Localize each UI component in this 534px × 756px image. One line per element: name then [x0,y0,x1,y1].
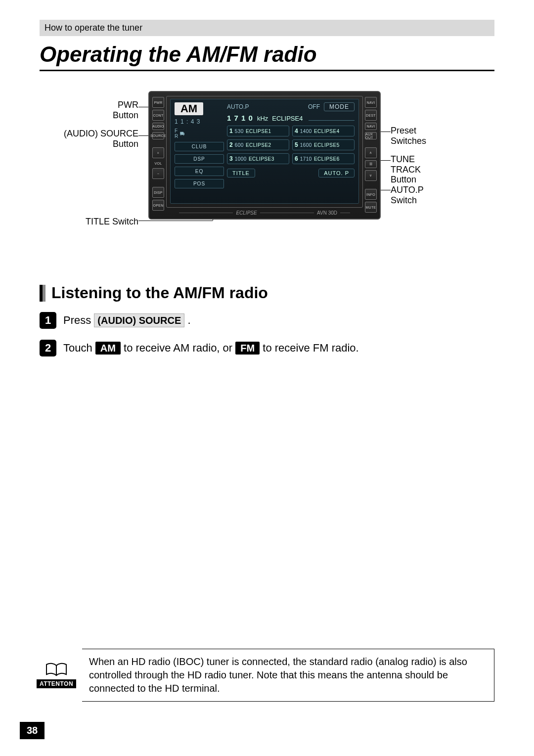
source-button[interactable]: SOURCE [152,132,164,139]
title-switch[interactable]: TITLE [227,169,255,178]
open-button[interactable]: OPEN [152,200,164,211]
step-1: 1 Press (AUDIO) SOURCE . [40,312,494,329]
navi2-button[interactable]: NAVI [365,123,377,130]
track-button[interactable]: ☰ [365,160,377,168]
step-2: 2 Touch AM to receive AM radio, or FM to… [40,340,494,356]
band-indicator: AM [175,102,203,115]
preset-6[interactable]: 61710ECLIPSE6 [292,153,355,164]
label-autop-switch: AUTO.PSwitch [391,185,424,205]
label-tune-track-button: TUNE TRACKButton [391,154,445,185]
am-key: AM [95,342,121,355]
pos-switch[interactable]: POS [175,179,224,188]
loud-icon: ⛟ [180,131,185,136]
step-1-post: . [187,314,190,326]
step-2-pre: Touch [63,342,95,354]
audio-button[interactable]: AUDIO [152,123,164,130]
step-badge-1: 1 [40,312,56,329]
section-bar-icon [40,285,45,302]
breadcrumb: How to operate the tuner [40,20,494,36]
label-pwr-button: PWRButton [40,100,138,120]
frequency-unit: kHz [257,115,268,122]
autop-switch[interactable]: AUTO. P [318,169,355,178]
aux-button[interactable]: AUX OUT [365,132,377,139]
mode-switch[interactable]: MODE [324,102,355,111]
dsp-switch[interactable]: DSP [175,154,224,164]
fr-icon: FR [175,128,178,139]
brand-label: ECLIPSE [236,210,257,216]
section-heading: Listening to the AM/FM radio [40,284,494,302]
page-title: Operating the AM/FM radio [40,42,494,71]
vol-label: VOL [152,160,164,166]
touchscreen: AM 1 1 : 4 3 FR ⛟ CLUB DSP EQ POS AUTO.P [170,99,359,204]
mute-button[interactable]: MUTE [365,202,377,213]
navi-button[interactable]: NAVI [365,97,377,108]
console-bottom-bar: ECLIPSE AVN 30D [179,210,350,216]
label-preset-switches: PresetSwitches [391,126,426,146]
pwr-button[interactable]: PWR [152,97,164,108]
preset-1[interactable]: 1530ECLIPSE1 [227,126,289,136]
radio-diagram: PWRButton (AUDIO) SOURCEButton TITLE Swi… [40,91,445,254]
attention-note: ATTENTON When an HD radio (IBOC) tuner i… [40,649,494,702]
cont-button[interactable]: CONT [152,110,164,121]
model-label: AVN 30D [317,210,337,216]
off-header: OFF [308,103,320,110]
autop-header: AUTO.P [227,103,249,110]
preset-3[interactable]: 31000ECLIPSE3 [227,153,289,164]
eq-switch[interactable]: EQ [175,167,224,176]
label-title-switch: TITLE Switch [40,217,138,227]
left-physical-buttons: PWR CONT AUDIO SOURCE + VOL − DISP OPEN [152,97,164,206]
preset-grid: 1530ECLIPSE1 41400ECLIPSE4 2600ECLIPSE2 … [227,126,355,164]
info-button[interactable]: INFO [365,189,377,200]
attention-label: ATTENTON [37,679,76,688]
preset-2[interactable]: 2600ECLIPSE2 [227,139,289,150]
page-number: 38 [20,722,44,739]
fm-key: FM [235,342,260,355]
open-book-icon [45,663,67,677]
clock: 1 1 : 4 3 [175,118,224,125]
section-title: Listening to the AM/FM radio [51,284,268,302]
label-audio-source-button: (AUDIO) SOURCEButton [40,129,138,149]
vol-up-button[interactable]: + [152,147,164,158]
attention-text: When an HD radio (IBOC) tuner is connect… [82,649,494,702]
vol-down-button[interactable]: − [152,168,164,179]
tune-up-button[interactable]: ∧ [365,147,377,158]
preset-5[interactable]: 51600ECLIPSE5 [292,139,355,150]
step-1-pre: Press [63,314,94,326]
club-switch[interactable]: CLUB [175,142,224,151]
right-physical-buttons: NAVI DEST NAVI AUX OUT ∧ ☰ ∨ INFO MUTE [365,97,377,206]
preset-4[interactable]: 41400ECLIPSE4 [292,126,355,136]
step-2-mid: to receive AM radio, or [124,342,235,354]
head-unit-console: PWR CONT AUDIO SOURCE + VOL − DISP OPEN … [148,91,381,220]
step-2-post: to receive FM radio. [263,342,358,354]
step-badge-2: 2 [40,340,56,356]
tune-down-button[interactable]: ∨ [365,170,377,181]
dest-button[interactable]: DEST [365,110,377,121]
disp-button[interactable]: DISP [152,187,164,198]
audio-source-key: (AUDIO) SOURCE [94,313,184,327]
frequency-value: 1 7 1 0 [227,114,253,122]
station-name: ECLIPSE4 [272,115,303,122]
